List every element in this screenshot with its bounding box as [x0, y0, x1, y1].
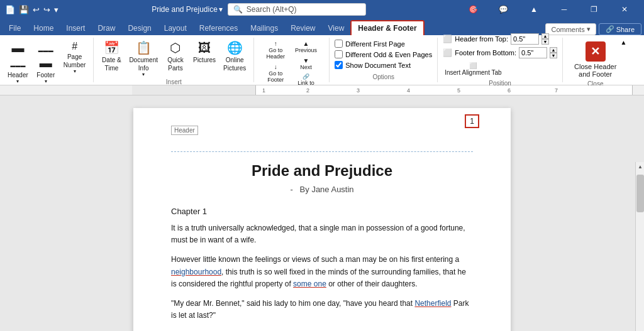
dropdown-arrow: ▾	[219, 5, 223, 14]
quick-parts-button[interactable]: ⬡ Quick Parts	[163, 39, 188, 73]
comments-icon-btn[interactable]: 💬	[489, 0, 518, 19]
different-first-page-label: Different First Page	[345, 40, 405, 48]
different-odd-even-label: Different Odd & Even Pages	[345, 51, 432, 58]
document-title-dropdown[interactable]: Pride and Prejudice ▾	[152, 5, 223, 14]
ruler-margin-left	[132, 85, 255, 95]
ribbon-tab-right: Comments ▾ 🔗 Share	[545, 23, 641, 35]
footer-dropdown-arrow: ▾	[45, 79, 47, 84]
insert-alignment-tab-button[interactable]: ⬜ Insert Alignment Tab	[443, 61, 503, 77]
different-first-page-row: Different First Page	[335, 40, 432, 48]
chapter-heading: Chapter 1	[171, 207, 473, 216]
tab-file[interactable]: File	[3, 21, 27, 35]
doc-info-dropdown-arrow: ▾	[142, 72, 145, 77]
author-name: By Jane Austin	[300, 185, 354, 194]
tab-home[interactable]: Home	[27, 21, 60, 35]
online-pictures-button[interactable]: 🌐 Online Pictures	[221, 39, 248, 73]
minimize-btn[interactable]: ─	[550, 0, 579, 19]
pictures-icon: 🖼	[198, 40, 211, 55]
document-info-button[interactable]: 📋 Document Info ▾	[126, 39, 160, 79]
ribbon-group-header-footer: ▬▬▬▬ Header ▾ ▬▬▬▬ Footer ▾ # Page Numbe…	[0, 38, 94, 82]
title-bar-center: Pride and Prejudice ▾ 🔍 Search (Alt+Q)	[152, 3, 366, 16]
tab-design[interactable]: Design	[121, 21, 157, 35]
go-to-header-icon: ↑	[274, 40, 277, 47]
tab-insert[interactable]: Insert	[60, 21, 91, 35]
tab-mailings[interactable]: Mailings	[244, 21, 284, 35]
help-icon-btn[interactable]: 🎯	[459, 0, 488, 19]
insert-group-label: Insert	[166, 79, 182, 85]
close-header-footer-button[interactable]: ✕ Close Headerand Footer	[568, 39, 623, 80]
header-dropdown-arrow: ▾	[16, 79, 19, 84]
comments-label: Comments	[551, 26, 584, 33]
go-to-header-button[interactable]: ↑ Go to Header	[264, 39, 287, 61]
different-odd-even-checkbox[interactable]	[335, 50, 343, 58]
footer-from-bottom-row: ⬜ Footer from Bottom: ▲ ▼	[443, 47, 557, 58]
quick-access-dropdown[interactable]: ▾	[54, 5, 58, 14]
app-icon: 📄	[5, 5, 15, 14]
tab-header-footer[interactable]: Header & Footer	[350, 20, 424, 35]
ribbon-collapse-btn[interactable]: ▲	[620, 39, 626, 46]
neighbourhood-link[interactable]: neighbourhood	[171, 268, 221, 276]
tab-references[interactable]: References	[193, 21, 244, 35]
header-region[interactable]	[171, 133, 473, 152]
options-group-label: Options	[335, 73, 432, 80]
go-to-footer-icon: ↓	[274, 63, 277, 70]
footer-spin-up[interactable]: ▲	[550, 47, 557, 53]
show-document-text-checkbox[interactable]	[335, 61, 343, 69]
footer-from-bottom-input[interactable]	[519, 47, 547, 58]
tab-view[interactable]: View	[322, 21, 351, 35]
quick-parts-icon: ⬡	[170, 40, 180, 55]
page-number-icon: #	[72, 40, 77, 52]
vertical-scrollbar[interactable]: ▲ ▼	[635, 162, 644, 331]
comments-arrow: ▾	[587, 25, 591, 33]
tab-draw[interactable]: Draw	[91, 21, 121, 35]
share-label: Share	[616, 26, 635, 33]
header-from-top-row: ⬜ Header from Top: ▲ ▼	[443, 33, 557, 45]
restore-btn[interactable]: ❐	[580, 0, 609, 19]
alignment-tab-icon: ⬜	[469, 62, 477, 69]
ribbon-content: ▬▬▬▬ Header ▾ ▬▬▬▬ Footer ▾ # Page Numbe…	[0, 35, 644, 85]
some-one-link[interactable]: some one	[293, 279, 326, 288]
footer-spin-down[interactable]: ▼	[550, 53, 557, 58]
paragraph-1: It is a truth universally acknowledged, …	[171, 222, 473, 246]
search-placeholder: Search (Alt+Q)	[247, 5, 297, 14]
close-items: ✕ Close Headerand Footer	[568, 39, 623, 80]
next-button[interactable]: ▼ Next	[292, 56, 319, 72]
footer-from-bottom-spinner: ▲ ▼	[550, 47, 557, 58]
header-spin-down[interactable]: ▼	[541, 39, 549, 45]
date-time-button[interactable]: 📅 Date & Time	[99, 39, 124, 73]
header-from-top-input[interactable]	[511, 33, 539, 45]
share-button[interactable]: 🔗 Share	[599, 23, 641, 35]
previous-button[interactable]: ▲ Previous	[292, 39, 319, 55]
header-from-top-icon: ⬜	[443, 35, 452, 43]
tab-review[interactable]: Review	[284, 21, 321, 35]
ruler-inner: 1 2 3 4 5 6 7	[255, 85, 633, 95]
scrollbar-up-btn[interactable]: ▲	[636, 162, 644, 171]
quick-access-redo[interactable]: ↪	[43, 5, 50, 14]
search-box[interactable]: 🔍 Search (Alt+Q)	[228, 3, 366, 16]
ribbon-toggle-btn[interactable]: ▲	[519, 0, 548, 19]
page-number-button[interactable]: # Page Number ▾	[61, 39, 89, 75]
document-title: Pride and Prejudice	[152, 5, 218, 14]
header-button[interactable]: ▬▬▬▬ Header ▾	[5, 39, 31, 85]
ruler: 1 2 3 4 5 6 7	[0, 85, 644, 95]
close-header-footer-label: Close Headerand Footer	[574, 63, 616, 78]
header-spin-up[interactable]: ▲	[541, 33, 549, 39]
document-title: Pride and Prejudice	[171, 162, 473, 180]
netherfield-link[interactable]: Netherfield	[414, 299, 451, 308]
close-btn[interactable]: ✕	[610, 0, 639, 19]
paragraph-2: However little known the feelings or vie…	[171, 254, 473, 290]
title-bar: 📄 💾 ↩ ↪ ▾ Pride and Prejudice ▾ 🔍 Search…	[0, 0, 644, 19]
document-author: - By Jane Austin	[171, 185, 473, 194]
pictures-button[interactable]: 🖼 Pictures	[191, 39, 218, 65]
share-icon: 🔗	[606, 25, 614, 33]
ribbon-group-close: ✕ Close Headerand Footer Close ▲	[563, 38, 628, 82]
tab-layout[interactable]: Layout	[158, 21, 193, 35]
different-first-page-checkbox[interactable]	[335, 40, 343, 48]
quick-access-save[interactable]: 💾	[19, 5, 29, 14]
quick-access-undo[interactable]: ↩	[33, 5, 40, 14]
ribbon-group-options: Different First Page Different Odd & Eve…	[330, 38, 438, 82]
scrollbar-thumb[interactable]	[636, 175, 644, 212]
footer-button[interactable]: ▬▬▬▬ Footer ▾	[33, 39, 58, 85]
search-icon: 🔍	[233, 5, 243, 14]
go-to-footer-button[interactable]: ↓ Go to Footer	[264, 62, 287, 84]
